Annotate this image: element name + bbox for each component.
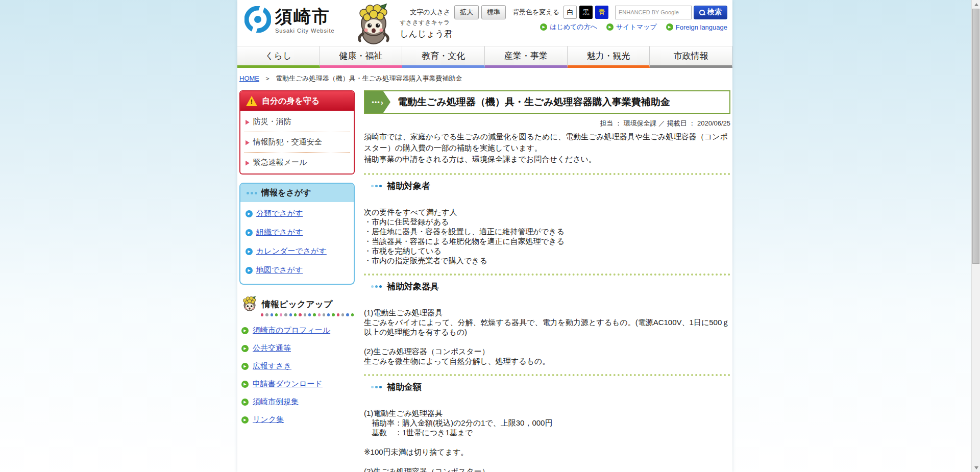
susaki-logo-icon bbox=[244, 6, 271, 33]
body-line: 生ごみを微生物によって自然分解し、処理するもの。 bbox=[364, 356, 730, 366]
bg-white-button[interactable]: 白 bbox=[564, 6, 577, 19]
color-dot bbox=[265, 313, 268, 316]
sidebar-item[interactable]: ▶ 須崎市例規集 bbox=[240, 393, 354, 411]
nav-item[interactable]: 健康・福祉 bbox=[320, 46, 403, 68]
nav-item[interactable]: 教育・文化 bbox=[402, 46, 485, 68]
body-line: (2)生ごみ処理容器（コンポスター） bbox=[364, 466, 730, 472]
nav-item[interactable]: くらし bbox=[237, 46, 320, 68]
color-dot bbox=[346, 313, 349, 316]
section-body: 次の要件をすべて満たす人・市内に住民登録がある・居住地に器具・容器を設置し、適正… bbox=[364, 207, 730, 265]
search-button-label: 検索 bbox=[707, 8, 722, 17]
dots-icon bbox=[371, 386, 382, 388]
sidebar-item-link: 申請書ダウンロード bbox=[253, 379, 323, 389]
sidebar-item-label: 緊急速報メール bbox=[253, 158, 307, 167]
page-title-box: •••› 電動生ごみ処理器（機）具・生ごみ処理容器購入事業費補助金 bbox=[364, 90, 730, 114]
arrow-circle-icon: ▶ bbox=[246, 229, 253, 236]
color-dot bbox=[308, 313, 311, 316]
sidebar-item[interactable]: ▶ 分類でさがす bbox=[246, 204, 349, 223]
scrollbar-thumb[interactable] bbox=[972, 9, 979, 264]
color-dot bbox=[261, 313, 263, 316]
body-line: ・市内に住民登録がある bbox=[364, 217, 730, 227]
quick-link[interactable]: ▶ サイトマップ bbox=[606, 22, 657, 32]
breadcrumb: HOME ＞ 電動生ごみ処理器（機）具・生ごみ処理容器購入事業費補助金 bbox=[237, 68, 732, 83]
arrow-circle-icon: ▶ bbox=[246, 210, 253, 217]
body-line: ・居住地に器具・容器を設置し、適正に維持管理ができる bbox=[364, 227, 730, 236]
sidebar-item[interactable]: ▶ リンク集 bbox=[240, 411, 354, 429]
sidebar-item-label: 防災・消防 bbox=[253, 117, 291, 127]
sidebar-item[interactable]: ▶ 公共交通等 bbox=[240, 339, 354, 357]
body-line: (1)電動生ごみ処理器具 bbox=[364, 408, 730, 418]
color-dot bbox=[284, 313, 287, 316]
color-dot bbox=[289, 313, 292, 316]
section-body: (1)電動生ごみ処理器具生ごみをバイオによって、分解、乾燥する器具で、電力を動力… bbox=[364, 308, 730, 366]
color-dot bbox=[351, 313, 354, 316]
sidebar-item[interactable]: ▶ カレンダーでさがす bbox=[246, 242, 349, 261]
sidebar-item[interactable]: ▶ 組織でさがす bbox=[246, 223, 349, 242]
page-title: 電動生ごみ処理器（機）具・生ごみ処理容器購入事業費補助金 bbox=[398, 95, 670, 109]
header-quick-links: ▶ はじめての方へ ▶ サイトマップ ▶ Foreign language bbox=[540, 22, 727, 32]
sidebar-item[interactable]: ▶ 緊急速報メール bbox=[244, 153, 350, 172]
nav-item[interactable]: 魅力・観光 bbox=[568, 46, 650, 68]
nav-item-label: 健康・福祉 bbox=[339, 50, 383, 62]
scroll-up-button[interactable] bbox=[972, 0, 980, 9]
sidebar-item[interactable]: ▶ 地図でさがす bbox=[246, 261, 349, 280]
color-dot bbox=[313, 313, 315, 316]
arrow-circle-icon: ▶ bbox=[540, 23, 547, 31]
sidebar-item[interactable]: ▶ 申請書ダウンロード bbox=[240, 375, 354, 393]
font-size-label: 文字の大きさ bbox=[410, 8, 450, 17]
body-line: (1)電動生ごみ処理器具 bbox=[364, 308, 730, 317]
vertical-scrollbar[interactable] bbox=[971, 0, 980, 472]
quick-link[interactable]: ▶ Foreign language bbox=[666, 22, 727, 32]
chevron-right-icon: ▶ bbox=[246, 138, 250, 145]
bg-blue-button[interactable]: 青 bbox=[595, 6, 608, 19]
mascot-caption: すさきすきキャラ しんじょう君 bbox=[400, 18, 453, 40]
bg-black-button[interactable]: 黒 bbox=[579, 6, 593, 19]
color-dot bbox=[327, 313, 330, 316]
section-body: (1)電動生ごみ処理器具 補助率：購入金額(税込)の2分の1で、上限30，000… bbox=[364, 408, 730, 472]
mascot-name: しんじょう君 bbox=[400, 28, 453, 40]
body-line: ※100円未満は切り捨てます。 bbox=[364, 447, 730, 457]
font-standard-button[interactable]: 標準 bbox=[481, 5, 506, 19]
nav-item-label: 魅力・観光 bbox=[587, 50, 630, 62]
sidebar-item-link: 須崎市のプロフィール bbox=[253, 326, 330, 335]
sidebar-item[interactable]: ▶ 広報すさき bbox=[240, 357, 354, 375]
quick-link[interactable]: ▶ はじめての方へ bbox=[540, 22, 597, 32]
color-dot bbox=[318, 313, 321, 316]
site-logo[interactable]: 須崎市 Susaki City Website bbox=[244, 6, 335, 34]
intro-line: 須崎市では、家庭からでる生ごみの減量化を図るために、電動生ごみ処理器具や生ごみ処… bbox=[364, 131, 730, 154]
dots-icon bbox=[371, 185, 382, 187]
quick-link-label: Foreign language bbox=[676, 23, 727, 31]
color-dot bbox=[271, 313, 273, 316]
find-box-title: 情報をさがす bbox=[261, 188, 311, 198]
article-meta: 担当 ： 環境保全課 ／ 掲載日 ： 2020/06/25 bbox=[364, 119, 730, 128]
search-input[interactable] bbox=[615, 6, 692, 19]
nav-item-label: くらし bbox=[265, 50, 291, 62]
section-subsidy-amount: 補助金額 (1)電動生ごみ処理器具 補助率：購入金額(税込)の2分の1で、上限3… bbox=[364, 374, 730, 472]
sidebar-item[interactable]: ▶ 防災・消防 bbox=[244, 112, 350, 132]
section-target-equipment: 補助対象器具 (1)電動生ごみ処理器具生ごみをバイオによって、分解、乾燥する器具… bbox=[364, 274, 730, 366]
pickup-section: 情報ピックアップ ▶ 須崎市のプロフィール ▶ 公共交 bbox=[239, 295, 355, 429]
warning-icon bbox=[246, 96, 258, 107]
body-line: 生ごみをバイオによって、分解、乾燥する器具で、電力を動力源とするもの。(電源AC… bbox=[364, 317, 730, 337]
breadcrumb-home-link[interactable]: HOME bbox=[239, 74, 259, 82]
dots-icon bbox=[371, 285, 382, 288]
arrow-circle-icon: ▶ bbox=[606, 23, 614, 31]
sidebar-item[interactable]: ▶ 情報防犯・交通安全 bbox=[244, 132, 350, 153]
arrow-circle-icon: ▶ bbox=[246, 248, 253, 255]
nav-item[interactable]: 産業・事業 bbox=[485, 46, 568, 68]
scroll-down-button[interactable] bbox=[972, 463, 980, 472]
sidebar-item-link: カレンダーでさがす bbox=[256, 246, 327, 256]
font-enlarge-button[interactable]: 拡大 bbox=[454, 5, 479, 19]
arrow-circle-icon: ▶ bbox=[241, 416, 249, 424]
nav-item[interactable]: 市政情報 bbox=[650, 46, 732, 68]
protect-box-items: ▶ 防災・消防 ▶ 情報防犯・交通安全 ▶ 緊急速報メール bbox=[240, 111, 354, 173]
mascot-head-icon bbox=[240, 295, 259, 312]
pickup-title: 情報ピックアップ bbox=[262, 299, 332, 312]
find-box: 情報をさがす ▶ 分類でさがす ▶ 組織でさがす bbox=[239, 183, 355, 285]
body-line: ・当該器具・容器による堆肥化物を適正に自家処理できる bbox=[364, 236, 730, 246]
sidebar-item[interactable]: ▶ 須崎市のプロフィール bbox=[240, 321, 354, 339]
color-dot bbox=[337, 313, 339, 316]
sidebar-item-link: 須崎市例規集 bbox=[253, 397, 299, 407]
search-button[interactable]: 検索 bbox=[694, 6, 727, 19]
body-line: 基数 ：1世帯につき1基まで bbox=[364, 428, 730, 437]
